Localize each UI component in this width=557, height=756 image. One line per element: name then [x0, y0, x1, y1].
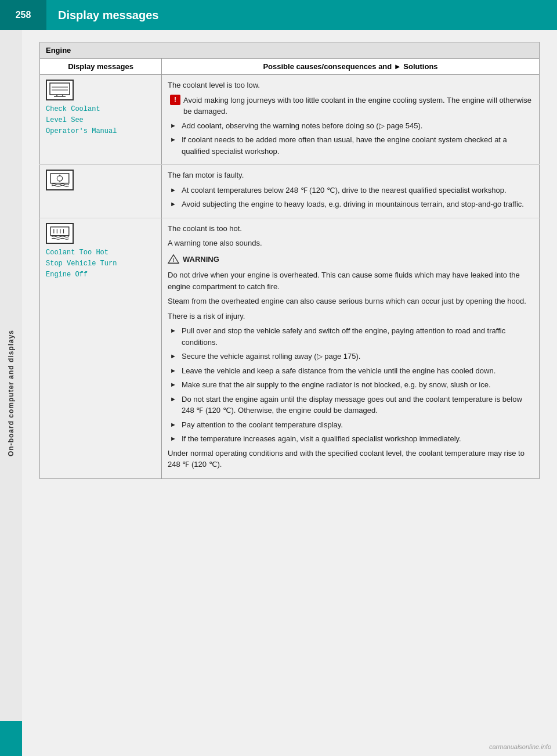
arrow-icon: ►: [170, 185, 179, 196]
arrow-icon: ►: [170, 419, 179, 431]
svg-rect-10: [50, 226, 69, 235]
col2-header: Possible causes/consequences and ► Solut…: [162, 59, 540, 75]
sidebar: On-board computer and displays: [0, 30, 22, 756]
arrow-icon: ►: [170, 433, 179, 445]
arrow-icon: ►: [170, 379, 179, 391]
coolant-hot-icon: [46, 223, 74, 244]
warning-triangle-icon: !: [168, 254, 179, 264]
danger-icon: !: [170, 95, 180, 105]
display-text-1: Check CoolantLevel SeeOperator's Manual: [46, 104, 155, 138]
svg-point-7: [57, 176, 62, 181]
table-row: Check CoolantLevel SeeOperator's Manual …: [40, 75, 540, 165]
warning-label: WARNING: [183, 254, 219, 265]
arrow-icon: ►: [170, 199, 179, 210]
page-number: 258: [0, 0, 46, 30]
display-message-cell-2: [40, 165, 162, 218]
sidebar-accent: [0, 721, 22, 756]
engine-table: Engine Display messages Possible causes/…: [39, 42, 540, 479]
arrow-icon: ►: [170, 134, 179, 157]
main-content: Engine Display messages Possible causes/…: [22, 30, 557, 491]
warning-block: ! WARNING: [168, 254, 533, 265]
coolant-level-icon: [46, 80, 74, 100]
arrow-icon: ►: [170, 120, 179, 132]
table-row: The fan motor is faulty. ► At coolant te…: [40, 165, 540, 218]
content-cell-1: The coolant level is too low. ! Avoid ma…: [162, 75, 540, 165]
col1-header: Display messages: [40, 59, 162, 75]
watermark: carmanualsonline.info: [489, 743, 551, 750]
display-message-cell: Check CoolantLevel SeeOperator's Manual: [40, 75, 162, 165]
display-text-3: Coolant Too HotStop Vehicle TurnEngine O…: [46, 247, 155, 281]
table-row: Coolant Too HotStop Vehicle TurnEngine O…: [40, 218, 540, 478]
svg-text:!: !: [173, 258, 175, 264]
svg-rect-0: [50, 83, 70, 95]
header-title: Display messages: [58, 9, 158, 22]
display-message-cell-3: Coolant Too HotStop Vehicle TurnEngine O…: [40, 218, 162, 478]
section-header: Engine: [40, 42, 540, 59]
arrow-icon: ►: [170, 394, 179, 416]
sidebar-label: On-board computer and displays: [7, 330, 15, 456]
header-bar: 258 Display messages: [0, 0, 557, 30]
fan-motor-icon: [46, 170, 74, 190]
content-cell-3: The coolant is too hot. A warning tone a…: [162, 218, 540, 478]
content-cell-2: The fan motor is faulty. ► At coolant te…: [162, 165, 540, 218]
arrow-icon: ►: [170, 351, 179, 362]
arrow-icon: ►: [170, 325, 179, 348]
arrow-icon: ►: [170, 365, 179, 377]
